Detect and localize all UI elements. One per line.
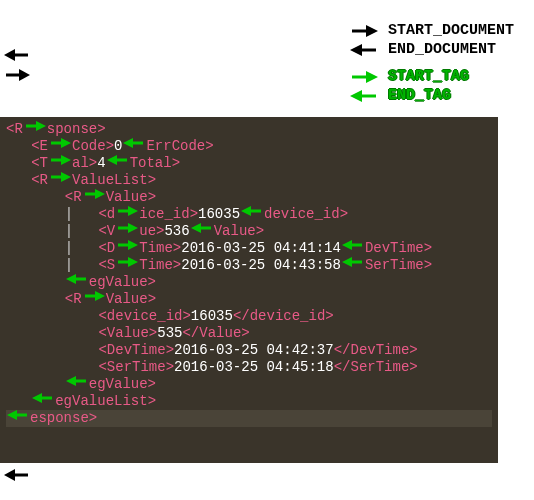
code-line: <ECode>0ErrCode> (6, 138, 492, 155)
tag-device-id-close: device_id (250, 308, 326, 324)
code-line: <RValueList> (6, 172, 492, 189)
code-line: egValue> (6, 376, 492, 393)
arrow-right-green-icon (116, 239, 138, 256)
code-line: <device_id>16035</device_id> (6, 308, 492, 325)
svg-marker-35 (191, 223, 201, 233)
sertime-value: 2016-03-25 04:43:58 (181, 257, 341, 273)
legend-end-tag: END_TAG (350, 87, 514, 104)
svg-marker-49 (66, 376, 76, 386)
arrow-left-green-icon (66, 273, 88, 290)
arrow-right-green-icon (116, 256, 138, 273)
sertime-value: 2016-03-25 04:45:18 (174, 359, 334, 375)
arrow-left-green-icon (32, 392, 54, 409)
tag-sertime: SerTime (107, 359, 166, 375)
code-line: <Tal>4Total> (6, 155, 492, 172)
arrow-right-green-icon (350, 69, 378, 85)
arrow-right-green-icon (49, 171, 71, 188)
arrow-left-green-icon (107, 154, 129, 171)
code-line: <Rsponse> (6, 121, 492, 138)
doc-end-arrow (4, 468, 30, 482)
arrow-left-icon (350, 42, 378, 58)
arrow-right-green-icon (83, 290, 105, 307)
code-line: | <DTime>2016-03-25 04:41:14DevTime> (6, 240, 492, 257)
arrow-left-green-icon (342, 239, 364, 256)
devtime-value: 2016-03-25 04:41:14 (181, 240, 341, 256)
doc-start-arrows (4, 48, 30, 82)
code-line: | <STime>2016-03-25 04:43:58SerTime> (6, 257, 492, 274)
arrow-right-green-icon (49, 154, 71, 171)
arrow-left-icon (4, 468, 30, 482)
svg-marker-41 (128, 257, 138, 267)
arrow-right-green-icon (116, 222, 138, 239)
code-line: egValueList> (6, 393, 492, 410)
svg-marker-29 (128, 206, 138, 216)
arrow-right-icon (4, 68, 30, 82)
tag-value: Value (107, 325, 149, 341)
arrow-right-green-icon (24, 120, 46, 137)
code-line: esponse> (6, 410, 492, 427)
devtime-value: 2016-03-25 04:42:37 (174, 342, 334, 358)
value-value: 536 (164, 223, 189, 239)
code-line: <DevTime>2016-03-25 04:42:37</DevTime> (6, 342, 492, 359)
tag-value-close: Value (199, 325, 241, 341)
svg-marker-5 (366, 71, 378, 83)
arrow-left-green-icon (342, 256, 364, 273)
arrow-right-icon (350, 23, 378, 39)
svg-marker-19 (123, 138, 133, 148)
svg-marker-51 (32, 393, 42, 403)
legend-label-end-document: END_DOCUMENT (388, 41, 496, 58)
arrow-left-green-icon (350, 88, 378, 104)
svg-marker-37 (128, 240, 138, 250)
code-line: egValue> (6, 274, 492, 291)
tag-sertime-close: SerTime (351, 359, 410, 375)
svg-marker-13 (4, 469, 15, 481)
svg-marker-23 (107, 155, 117, 165)
total-value: 4 (97, 155, 105, 171)
svg-marker-45 (66, 274, 76, 284)
code-line: <RValue> (6, 291, 492, 308)
code-line: <Value>535</Value> (6, 325, 492, 342)
svg-marker-17 (61, 138, 71, 148)
device-id-value: 16035 (191, 308, 233, 324)
svg-marker-53 (7, 410, 17, 420)
svg-marker-25 (61, 172, 71, 182)
legend-start-document: START_DOCUMENT (350, 22, 514, 39)
value-value: 535 (157, 325, 182, 341)
svg-marker-33 (128, 223, 138, 233)
svg-marker-27 (95, 189, 105, 199)
code-line: <SerTime>2016-03-25 04:45:18</SerTime> (6, 359, 492, 376)
arrow-right-green-icon (49, 137, 71, 154)
svg-marker-1 (366, 25, 378, 37)
arrow-left-green-icon (191, 222, 213, 239)
svg-marker-21 (61, 155, 71, 165)
arrow-right-green-icon (83, 188, 105, 205)
legend: START_DOCUMENT END_DOCUMENT START_TAG EN… (350, 22, 514, 104)
svg-marker-31 (241, 206, 251, 216)
code-panel: <Rsponse> <ECode>0ErrCode> <Tal>4Total> … (0, 117, 498, 463)
code-line: | <dice_id>16035device_id> (6, 206, 492, 223)
svg-marker-39 (342, 240, 352, 250)
err-code-value: 0 (114, 138, 122, 154)
arrow-left-icon (4, 48, 30, 62)
legend-label-start-tag: START_TAG (388, 68, 469, 85)
legend-end-document: END_DOCUMENT (350, 41, 514, 58)
tag-devtime: DevTime (107, 342, 166, 358)
code-line: | <Vue>536Value> (6, 223, 492, 240)
arrow-left-green-icon (66, 375, 88, 392)
arrow-left-green-icon (123, 137, 145, 154)
svg-marker-15 (36, 121, 46, 131)
svg-marker-43 (342, 257, 352, 267)
svg-marker-3 (350, 44, 362, 56)
svg-marker-7 (350, 90, 362, 102)
tag-device-id: device_id (107, 308, 183, 324)
device-id-value: 16035 (198, 206, 240, 222)
svg-marker-47 (95, 291, 105, 301)
arrow-right-green-icon (116, 205, 138, 222)
legend-start-tag: START_TAG (350, 68, 514, 85)
arrow-left-green-icon (7, 409, 29, 426)
legend-label-end-tag: END_TAG (388, 87, 451, 104)
svg-marker-11 (19, 69, 30, 81)
legend-label-start-document: START_DOCUMENT (388, 22, 514, 39)
arrow-left-green-icon (241, 205, 263, 222)
svg-marker-9 (4, 49, 15, 61)
